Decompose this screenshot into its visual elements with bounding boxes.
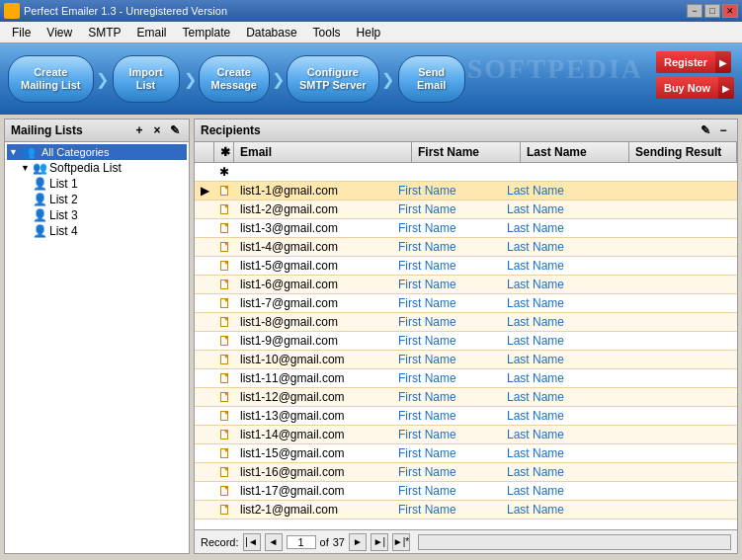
table-row[interactable]: list1-4@gmail.com First Name Last Name (195, 238, 737, 257)
create-mailing-list-button[interactable]: CreateMailing List (8, 51, 94, 107)
table-row[interactable]: list1-5@gmail.com First Name Last Name (195, 257, 737, 276)
tree-item-softpedia-list[interactable]: ▼ 👥 Softpedia List (19, 160, 187, 176)
email-icon-cell (214, 390, 234, 404)
nav-last-button[interactable]: ►| (371, 533, 388, 551)
statusbar: Record: |◄ ◄ 1 of 37 ► ►| ►|* (195, 529, 737, 553)
tree-item-all-categories[interactable]: ▼ 👥 All Categories (7, 144, 187, 160)
horizontal-scrollbar[interactable] (418, 534, 731, 550)
table-row[interactable]: list1-12@gmail.com First Name Last Name (195, 388, 737, 407)
result-cell (610, 414, 737, 418)
menu-smtp[interactable]: SMTP (80, 23, 128, 42)
nav-first-button[interactable]: |◄ (243, 533, 261, 551)
row-marker (195, 489, 214, 493)
email-icon (220, 242, 228, 252)
import-list-button[interactable]: ImportList (111, 51, 182, 107)
configure-smtp-button[interactable]: ConfigureSMTP Server (287, 51, 379, 107)
lastname-cell: Last Name (501, 313, 610, 331)
table-row[interactable]: list1-11@gmail.com First Name Last Name (195, 369, 737, 388)
buy-now-button[interactable]: Buy Now ▶ (656, 77, 734, 99)
pin-recipients-icon[interactable]: − (715, 122, 731, 138)
table-row[interactable]: list1-7@gmail.com First Name Last Name (195, 294, 737, 313)
row-marker (195, 451, 214, 455)
email-icon-cell (214, 278, 234, 291)
firstname-cell: First Name (392, 182, 501, 200)
menu-template[interactable]: Template (175, 23, 239, 42)
send-email-button[interactable]: SendEmail (396, 51, 467, 107)
table-row[interactable]: list1-3@gmail.com First Name Last Name (195, 219, 737, 238)
maximize-button[interactable]: □ (704, 4, 720, 18)
minimize-button[interactable]: − (687, 4, 702, 18)
email-icon (220, 317, 228, 327)
tree-item-list1[interactable]: 👤 List 1 (31, 176, 187, 192)
create-message-button[interactable]: CreateMessage (199, 51, 270, 107)
menu-email[interactable]: Email (128, 23, 174, 42)
menubar: File View SMTP Email Template Database T… (0, 22, 742, 43)
expand-icon: ▼ (9, 147, 19, 157)
email-cell: list1-10@gmail.com (234, 351, 392, 368)
nav-next-button[interactable]: ► (349, 533, 367, 551)
list-icon: 👤 (33, 177, 47, 191)
table-row[interactable]: list1-17@gmail.com First Name Last Name (195, 482, 737, 501)
of-label: of (320, 536, 329, 548)
firstname-cell: First Name (392, 463, 501, 481)
close-button[interactable]: ✕ (722, 4, 738, 18)
register-button[interactable]: Register ▶ (656, 51, 734, 73)
edit-recipients-icon[interactable]: ✎ (698, 122, 713, 138)
table-row[interactable]: list1-15@gmail.com First Name Last Name (195, 444, 737, 463)
table-row[interactable]: list1-2@gmail.com First Name Last Name (195, 200, 737, 219)
tree-item-list4[interactable]: 👤 List 4 (31, 223, 187, 239)
row-marker (195, 264, 214, 268)
result-cell (610, 470, 737, 474)
buy-arrow-icon: ▶ (718, 77, 734, 99)
email-icon (220, 448, 228, 458)
menu-database[interactable]: Database (238, 23, 304, 42)
new-row-star: ✱ (214, 163, 234, 181)
lastname-cell: Last Name (501, 388, 610, 406)
table-row[interactable]: list1-16@gmail.com First Name Last Name (195, 463, 737, 482)
email-cell: list1-12@gmail.com (234, 388, 392, 406)
table-row[interactable]: ▶ list1-1@gmail.com First Name Last Name (195, 182, 737, 200)
nav-prev-button[interactable]: ◄ (265, 533, 283, 551)
th-result: Sending Result (629, 142, 737, 162)
table-row[interactable]: list2-1@gmail.com First Name Last Name (195, 501, 737, 520)
menu-help[interactable]: Help (349, 23, 389, 42)
table-row[interactable]: list1-10@gmail.com First Name Last Name (195, 351, 737, 369)
email-cell: list1-15@gmail.com (234, 444, 392, 462)
result-cell (610, 301, 737, 305)
add-list-icon[interactable]: + (131, 122, 147, 138)
tree-item-list3[interactable]: 👤 List 3 (31, 207, 187, 223)
menu-tools[interactable]: Tools (305, 23, 349, 42)
lastname-cell: Last Name (501, 294, 610, 312)
tree-item-list2[interactable]: 👤 List 2 (31, 192, 187, 207)
delete-list-icon[interactable]: × (149, 122, 165, 138)
table-row[interactable]: list1-6@gmail.com First Name Last Name (195, 276, 737, 294)
email-cell: list1-6@gmail.com (234, 276, 392, 293)
edit-list-icon[interactable]: ✎ (167, 122, 183, 138)
email-icon-cell (214, 334, 234, 348)
row-marker (195, 470, 214, 474)
firstname-cell: First Name (392, 257, 501, 275)
row-marker (195, 245, 214, 249)
lastname-cell: Last Name (501, 238, 610, 256)
lastname-cell: Last Name (501, 200, 610, 218)
menu-view[interactable]: View (39, 23, 80, 42)
nav-new-button[interactable]: ►|* (392, 533, 410, 551)
recipients-header-icons: ✎ − (698, 122, 731, 138)
email-cell: list1-1@gmail.com (234, 182, 392, 200)
row-marker (195, 339, 214, 343)
lastname-cell: Last Name (501, 501, 610, 519)
table-row[interactable]: list1-9@gmail.com First Name Last Name (195, 332, 737, 351)
firstname-cell: First Name (392, 332, 501, 350)
table-row[interactable]: list1-13@gmail.com First Name Last Name (195, 407, 737, 426)
th-firstname: First Name (412, 142, 521, 162)
result-cell (610, 358, 737, 361)
firstname-cell: First Name (392, 444, 501, 462)
menu-file[interactable]: File (4, 23, 39, 42)
new-row[interactable]: ✱ (195, 163, 737, 182)
email-icon-cell (214, 446, 234, 460)
row-marker (195, 301, 214, 305)
table-row[interactable]: list1-14@gmail.com First Name Last Name (195, 426, 737, 444)
new-row-marker (195, 170, 214, 174)
table-row[interactable]: list1-8@gmail.com First Name Last Name (195, 313, 737, 332)
firstname-cell: First Name (392, 501, 501, 519)
